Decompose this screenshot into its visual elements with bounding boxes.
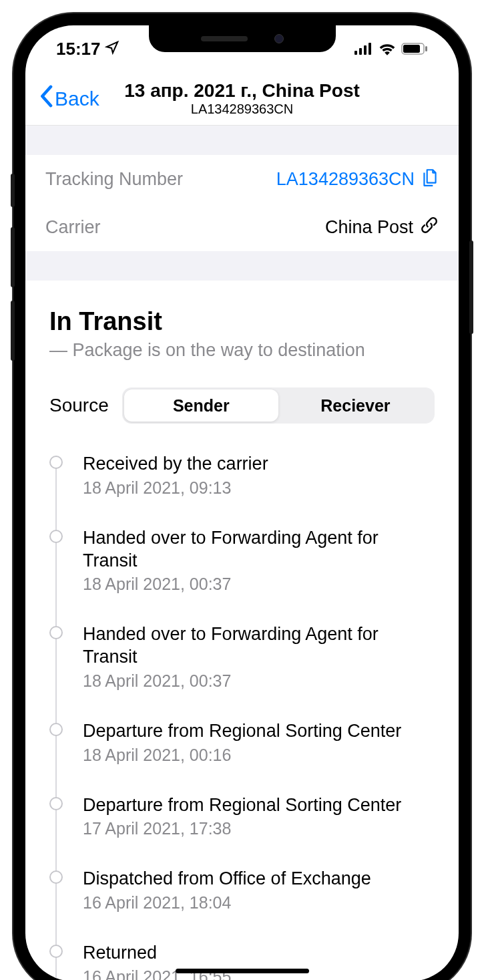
timeline-dot-icon — [49, 723, 63, 736]
back-button[interactable]: Back — [39, 85, 99, 112]
svg-rect-1 — [359, 48, 362, 55]
back-label: Back — [55, 88, 99, 110]
timeline-dot-icon — [49, 797, 63, 810]
timeline-dot-icon — [49, 530, 63, 543]
screen: 15:17 — [25, 25, 459, 980]
timeline-dot-icon — [49, 456, 63, 469]
main-content: In Transit — Package is on the way to de… — [25, 281, 459, 980]
svg-rect-2 — [364, 45, 367, 55]
side-button — [469, 240, 473, 334]
cellular-icon — [354, 43, 373, 55]
svg-rect-5 — [425, 46, 427, 51]
notch — [149, 25, 336, 52]
side-button — [11, 174, 15, 207]
timeline-item: Handed over to Forwarding Agent for Tran… — [49, 527, 435, 624]
status-description: — Package is on the way to destination — [49, 340, 435, 361]
camera — [274, 34, 284, 43]
source-row: Source Sender Reciever — [49, 387, 435, 424]
chevron-left-icon — [39, 85, 53, 112]
side-button — [11, 301, 15, 361]
nav-bar: Back 13 апр. 2021 г., China Post LA13428… — [25, 72, 459, 126]
carrier-label: Carrier — [45, 217, 101, 238]
timeline-item: Departure from Regional Sorting Center 1… — [49, 720, 435, 794]
segment-sender[interactable]: Sender — [124, 389, 278, 422]
speaker — [201, 36, 248, 41]
timeline-item: Dispatched from Office of Exchange 16 Ap… — [49, 868, 435, 942]
home-indicator[interactable] — [176, 969, 309, 973]
tracking-number-label: Tracking Number — [45, 169, 183, 190]
event-title: Dispatched from Office of Exchange — [83, 868, 435, 890]
side-button — [11, 227, 15, 287]
wifi-icon — [379, 42, 396, 55]
location-icon — [105, 39, 119, 59]
phone-frame: 15:17 — [13, 13, 471, 980]
tracking-number-row: Tracking Number LA134289363CN — [25, 155, 459, 204]
event-date: 18 April 2021, 00:16 — [83, 746, 435, 765]
timeline-dot-icon — [49, 945, 63, 958]
link-icon[interactable] — [420, 216, 439, 239]
event-title: Returned — [83, 942, 435, 965]
timeline-dot-icon — [49, 626, 63, 639]
timeline-item: Handed over to Forwarding Agent for Tran… — [49, 623, 435, 720]
svg-rect-6 — [403, 45, 420, 53]
event-title: Departure from Regional Sorting Center — [83, 794, 435, 817]
svg-rect-3 — [369, 43, 371, 55]
event-date: 18 April 2021, 00:37 — [83, 575, 435, 594]
event-title: Departure from Regional Sorting Center — [83, 720, 435, 743]
event-title: Handed over to Forwarding Agent for Tran… — [83, 527, 435, 573]
event-date: 18 April 2021, 09:13 — [83, 478, 435, 498]
section-gap — [25, 251, 459, 281]
carrier-value[interactable]: China Post — [325, 216, 439, 239]
status-time: 15:17 — [56, 39, 101, 59]
copy-icon[interactable] — [421, 167, 439, 192]
svg-rect-0 — [354, 51, 357, 55]
info-section: Tracking Number LA134289363CN Carrier — [25, 155, 459, 251]
segment-receiver[interactable]: Reciever — [278, 389, 433, 422]
timeline-item: Received by the carrier 18 April 2021, 0… — [49, 453, 435, 527]
event-date: 16 April 2021, 18:04 — [83, 893, 435, 913]
timeline: Received by the carrier 18 April 2021, 0… — [49, 453, 435, 980]
carrier-row: Carrier China Post — [25, 204, 459, 251]
source-segmented-control: Sender Reciever — [122, 387, 435, 424]
timeline-item: Departure from Regional Sorting Center 1… — [49, 794, 435, 868]
tracking-number-value[interactable]: LA134289363CN — [276, 167, 439, 192]
event-date: 18 April 2021, 00:37 — [83, 671, 435, 691]
event-title: Received by the carrier — [83, 453, 435, 476]
event-title: Handed over to Forwarding Agent for Tran… — [83, 623, 435, 669]
status-heading: In Transit — [49, 307, 435, 336]
event-date: 17 April 2021, 17:38 — [83, 819, 435, 838]
source-label: Source — [49, 395, 109, 416]
timeline-item: Returned 16 April 2021, 16:55 — [49, 942, 435, 980]
section-gap — [25, 126, 459, 155]
battery-icon — [401, 43, 428, 55]
timeline-dot-icon — [49, 870, 63, 884]
